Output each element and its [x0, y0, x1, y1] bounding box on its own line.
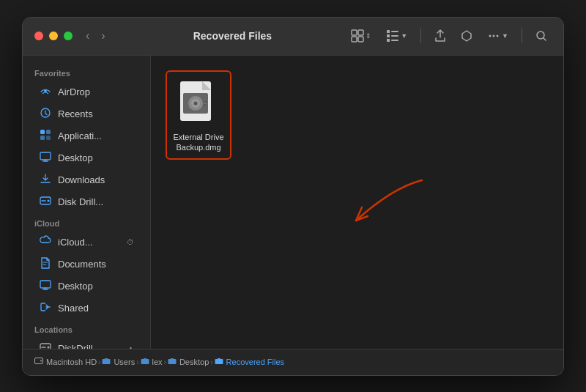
breadcrumb-lex-label: lex [152, 358, 163, 366]
sidebar-item-desktop[interactable]: Desktop [27, 147, 146, 169]
sidebar-item-shared[interactable]: Shared [27, 297, 146, 319]
airdrop-icon [39, 85, 52, 99]
svg-rect-5 [387, 34, 390, 37]
titlebar: ‹ › Recovered Files ⇕ [23, 18, 563, 56]
icloud-section-title: iCloud [23, 213, 150, 231]
sidebar-item-documents-label: Documents [58, 259, 106, 270]
sidebar-item-icloud-label: iCloud... [58, 237, 93, 248]
sidebar-item-downloads[interactable]: Downloads [27, 169, 146, 191]
svg-point-11 [493, 35, 495, 37]
arrow-annotation [334, 173, 429, 249]
breadcrumb-macintosh-label: Macintosh HD [46, 358, 97, 366]
diskdrill-loc-icon [39, 341, 52, 349]
desktop-icloud-icon [39, 279, 52, 293]
back-button[interactable]: ‹ [81, 26, 94, 45]
sidebar-item-recents[interactable]: Recents [27, 103, 146, 125]
sidebar-item-diskdrill[interactable]: Disk Drill... [27, 191, 146, 212]
breadcrumb-recovered-files[interactable]: Recovered Files [215, 358, 284, 366]
toolbar-separator [420, 29, 421, 43]
svg-rect-3 [358, 37, 363, 42]
nav-buttons: ‹ › [81, 26, 110, 45]
content-area: External Drive Backup.dmg [151, 56, 563, 349]
breadcrumb-desktop-label: Desktop [179, 358, 209, 366]
svg-point-31 [194, 101, 198, 105]
toolbar-icons: ⇕ ▼ [346, 26, 552, 45]
svg-rect-17 [40, 136, 45, 140]
shared-icon [39, 301, 52, 315]
svg-point-21 [48, 199, 50, 201]
svg-rect-22 [40, 281, 51, 288]
icloud-badge: ⏱ [127, 238, 134, 246]
main-area: Favorites AirDrop Recents [23, 56, 563, 349]
maximize-button[interactable] [64, 32, 73, 40]
users-folder-icon [102, 358, 111, 366]
toolbar-separator-2 [522, 29, 522, 43]
sidebar-item-airdrop[interactable]: AirDrop [27, 81, 146, 103]
file-item-dmg[interactable]: External Drive Backup.dmg [166, 70, 231, 160]
diskdrill-fav-icon [39, 195, 52, 209]
svg-point-12 [497, 35, 499, 37]
breadcrumb-lex[interactable]: lex [141, 358, 163, 366]
view-icon-grid-button[interactable]: ⇕ [346, 26, 376, 45]
sidebar-item-applications[interactable]: Applicati... [27, 125, 146, 147]
sidebar-item-shared-label: Shared [58, 303, 89, 314]
sidebar-item-icloud[interactable]: iCloud... ⏱ [27, 232, 146, 253]
svg-rect-9 [391, 40, 398, 41]
svg-point-10 [489, 35, 492, 37]
svg-rect-19 [40, 152, 51, 160]
svg-point-33 [204, 102, 207, 104]
forward-button[interactable]: › [97, 26, 109, 45]
search-button[interactable] [531, 27, 552, 45]
svg-rect-8 [391, 35, 398, 37]
breadcrumb-sep-2: › [136, 358, 138, 366]
icloud-icon [39, 235, 52, 249]
svg-rect-2 [352, 37, 357, 42]
downloads-icon [39, 173, 52, 187]
share-button[interactable] [430, 26, 450, 45]
desktop-breadcrumb-icon [168, 358, 177, 366]
sidebar-item-airdrop-label: AirDrop [58, 86, 90, 97]
svg-rect-18 [46, 136, 51, 140]
svg-rect-16 [46, 130, 51, 134]
recents-icon [39, 107, 52, 121]
close-button[interactable] [34, 32, 43, 40]
breadcrumb-desktop[interactable]: Desktop [168, 358, 209, 366]
finder-window: ‹ › Recovered Files ⇕ [22, 17, 564, 376]
favorites-section-title: Favorites [23, 63, 150, 81]
file-item-name: External Drive Backup.dmg [173, 132, 224, 153]
breadcrumb-macintosh[interactable]: Macintosh HD [34, 357, 97, 367]
breadcrumb-recovered-label: Recovered Files [226, 358, 284, 366]
sidebar-item-diskdrill-loc[interactable]: DiskDrill ▲ [27, 338, 146, 349]
svg-point-35 [40, 360, 42, 362]
minimize-button[interactable] [49, 32, 58, 40]
sidebar-item-documents[interactable]: Documents [27, 254, 146, 275]
svg-rect-15 [40, 130, 45, 134]
sidebar-item-desktop-label: Desktop [58, 152, 93, 163]
breadcrumb-sep-3: › [164, 358, 166, 366]
sidebar: Favorites AirDrop Recents [23, 56, 151, 349]
tag-button[interactable] [456, 26, 477, 45]
lex-folder-icon [141, 358, 149, 366]
more-button[interactable]: ▼ [483, 26, 513, 45]
locations-section-title: Locations [23, 319, 150, 337]
breadcrumb-users-label: Users [114, 358, 135, 366]
breadcrumb-bar: Macintosh HD › Users › lex › [23, 349, 563, 375]
sidebar-item-desktop-icloud[interactable]: Desktop [27, 275, 146, 297]
traffic-lights [34, 32, 73, 40]
svg-rect-7 [391, 31, 398, 32]
file-grid: External Drive Backup.dmg [151, 56, 563, 175]
sidebar-item-desktop-icloud-label: Desktop [58, 281, 93, 292]
macintosh-hd-icon [34, 357, 43, 367]
svg-rect-4 [387, 30, 390, 33]
file-icon-wrapper [177, 78, 220, 129]
recovered-folder-icon [215, 358, 223, 366]
sidebar-item-diskdrill-loc-label: DiskDrill [58, 343, 93, 349]
sidebar-item-downloads-label: Downloads [58, 174, 105, 185]
sidebar-item-recents-label: Recents [58, 108, 93, 119]
breadcrumb-users[interactable]: Users [102, 358, 135, 366]
view-list-button[interactable]: ▼ [382, 26, 412, 45]
svg-rect-0 [352, 30, 357, 35]
breadcrumb-sep-1: › [98, 358, 100, 366]
dmg-file-icon [179, 80, 218, 127]
sidebar-item-applications-label: Applicati... [58, 130, 102, 141]
